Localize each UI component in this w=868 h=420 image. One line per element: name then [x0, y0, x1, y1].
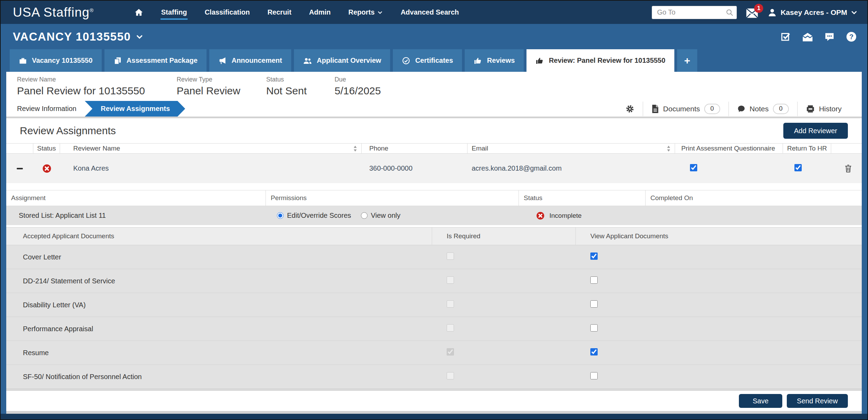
- step-review-information[interactable]: Review Information: [6, 101, 76, 117]
- mail-button[interactable]: 1: [746, 7, 758, 18]
- tab-applicant-overview[interactable]: Applicant Overview: [294, 49, 390, 72]
- badge-check-icon: [402, 57, 410, 65]
- edit-override-scores-radio[interactable]: [277, 212, 284, 219]
- permissions-column-header: Permissions: [266, 190, 519, 206]
- return-to-hr-checkbox[interactable]: [794, 164, 802, 171]
- notes-label: Notes: [750, 105, 769, 113]
- search-icon[interactable]: [725, 8, 734, 17]
- is-required-checkbox: [447, 324, 454, 332]
- page-tabs: Vacancy 10135550 Assessment Package Anno…: [1, 49, 867, 72]
- reviewer-row: Kona Acres 360-000-0000 acres.kona.2018@…: [6, 154, 862, 183]
- nav-item-reports[interactable]: Reports: [348, 3, 384, 21]
- reviewer-table-header: Status Reviewer Name Phone Email Print A…: [6, 143, 862, 154]
- tab-review-panel-review-active[interactable]: Review: Panel Review for 10135550: [526, 49, 674, 72]
- notes-button[interactable]: Notes 0: [729, 102, 797, 116]
- assignments-heading-band: Review Assignments Add Reviewer: [6, 118, 862, 143]
- email-column-header[interactable]: Email: [467, 144, 675, 153]
- document-name: Performance Appraisal: [6, 325, 432, 333]
- feedback-chat-icon[interactable]: [824, 32, 835, 42]
- save-button[interactable]: Save: [739, 394, 782, 408]
- vacancy-title-dropdown[interactable]: VACANCY 10135550: [13, 30, 143, 43]
- document-row: DD-214/ Statement of Service: [6, 269, 862, 293]
- assignment-status-text: Incomplete: [549, 212, 582, 220]
- vacancy-bar: VACANCY 10135550 ?: [1, 24, 867, 49]
- accepted-documents-column-header: Accepted Applicant Documents: [6, 228, 432, 245]
- notes-count-badge: 0: [773, 104, 789, 114]
- home-nav-button[interactable]: [134, 3, 144, 22]
- vacancy-toolbar: ?: [781, 31, 857, 42]
- home-icon: [134, 8, 143, 17]
- documents-count-badge: 0: [704, 104, 720, 114]
- review-tools: Documents 0 Notes 0: [617, 101, 862, 117]
- review-panel: Review Name Panel Review for 10135550 Re…: [6, 72, 862, 411]
- step-review-assignments-active[interactable]: Review Assignments: [85, 101, 185, 117]
- chevron-down-icon: [377, 10, 383, 15]
- user-icon: [767, 8, 777, 17]
- status-error-icon: [536, 212, 545, 220]
- user-menu[interactable]: Kasey Acres - OPM: [767, 8, 858, 17]
- settings-gear-button[interactable]: [617, 102, 643, 116]
- view-documents-checkbox[interactable]: [590, 348, 598, 355]
- usa-staffing-app: USA Staffing® Staffing Classification Re…: [0, 0, 868, 420]
- nav-item-admin[interactable]: Admin: [309, 3, 331, 21]
- user-name: Kasey Acres - OPM: [781, 8, 847, 17]
- document-name: Resume: [6, 349, 432, 357]
- nav-item-staffing[interactable]: Staffing: [160, 3, 187, 21]
- collapse-row-button[interactable]: [15, 163, 25, 174]
- phone-column-header: Phone: [362, 144, 467, 153]
- history-button[interactable]: History: [798, 102, 850, 116]
- nav-item-classification[interactable]: Classification: [204, 3, 251, 21]
- documents-button[interactable]: Documents 0: [643, 102, 728, 116]
- status-error-icon: [42, 164, 51, 173]
- completed-on-column-header: Completed On: [646, 190, 862, 206]
- tab-certificates[interactable]: Certificates: [393, 49, 462, 72]
- task-check-icon[interactable]: [781, 32, 791, 42]
- top-nav: USA Staffing® Staffing Classification Re…: [1, 1, 867, 24]
- reviewer-name-column-header[interactable]: Reviewer Name: [60, 144, 362, 153]
- is-required-checkbox: [447, 348, 454, 355]
- people-icon: [303, 57, 312, 65]
- review-name-field: Review Name Panel Review for 10135550: [17, 76, 177, 97]
- usa-staffing-logo: USA Staffing®: [13, 5, 94, 20]
- documents-label: Documents: [663, 105, 700, 113]
- goto-search: [652, 6, 737, 19]
- is-required-checkbox: [447, 300, 454, 308]
- view-documents-checkbox[interactable]: [590, 276, 598, 284]
- tab-reviews[interactable]: Reviews: [465, 49, 524, 72]
- tab-assessment-package[interactable]: Assessment Package: [104, 49, 207, 72]
- help-icon[interactable]: ?: [846, 31, 857, 42]
- tab-vacancy[interactable]: Vacancy 10135550: [10, 49, 102, 72]
- nav-item-advanced-search[interactable]: Advanced Search: [400, 3, 460, 21]
- nav-item-recruit[interactable]: Recruit: [267, 3, 292, 21]
- assignment-status-cell: Incomplete: [519, 212, 646, 220]
- actions-column-header: [831, 144, 862, 153]
- goto-search-input[interactable]: [652, 6, 737, 19]
- view-documents-checkbox[interactable]: [590, 252, 598, 260]
- print-assessment-checkbox[interactable]: [690, 164, 697, 171]
- view-documents-checkbox[interactable]: [590, 324, 598, 332]
- inbox-envelope-icon[interactable]: [802, 32, 813, 42]
- svg-text:?: ?: [849, 33, 853, 40]
- review-due-value: 5/16/2025: [335, 85, 381, 97]
- document-name: DD-214/ Statement of Service: [6, 277, 432, 285]
- view-only-radio[interactable]: [361, 212, 368, 219]
- briefcase-icon: [19, 57, 27, 65]
- review-type-label: Review Type: [177, 76, 266, 83]
- view-only-label: View only: [371, 212, 401, 220]
- view-documents-checkbox[interactable]: [590, 372, 598, 379]
- document-row: Cover Letter: [6, 245, 862, 269]
- review-due-field: Due 5/16/2025: [335, 76, 381, 97]
- sort-icon[interactable]: [353, 146, 357, 152]
- delete-reviewer-button[interactable]: [843, 163, 854, 174]
- tab-announcement[interactable]: Announcement: [209, 49, 291, 72]
- sort-icon[interactable]: [667, 146, 671, 152]
- send-review-button[interactable]: Send Review: [787, 394, 848, 408]
- new-tab-button[interactable]: +: [677, 49, 697, 72]
- thumbs-up-icon: [536, 57, 544, 65]
- view-documents-checkbox[interactable]: [590, 300, 598, 308]
- vacancy-title: VACANCY 10135550: [13, 30, 131, 43]
- reviewer-phone: 360-000-0000: [362, 164, 467, 172]
- plus-icon: +: [684, 55, 690, 67]
- add-reviewer-button[interactable]: Add Reviewer: [783, 123, 848, 139]
- logo-text: USA Staffing: [13, 5, 90, 19]
